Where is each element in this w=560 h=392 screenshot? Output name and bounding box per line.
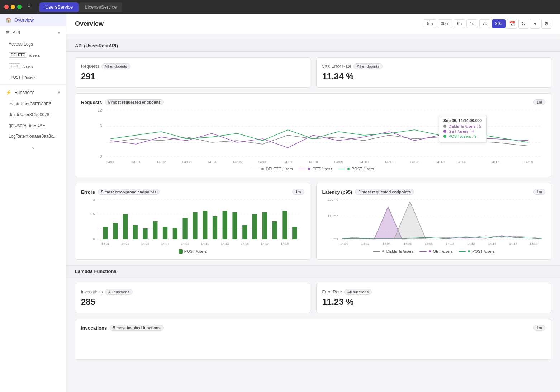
svg-rect-46: [232, 212, 237, 239]
svg-text:14:12: 14:12: [410, 160, 419, 164]
svg-text:14:01: 14:01: [131, 160, 141, 164]
sidebar-item-access-logs[interactable]: Access Logs: [0, 39, 66, 49]
sidebar-api-label: API: [13, 30, 20, 35]
dropdown-icon[interactable]: ▾: [530, 19, 540, 29]
endpoint-badge-get: GET /users: [9, 63, 33, 69]
path-delete: /users: [29, 53, 40, 57]
svg-text:14:19: 14:19: [524, 160, 533, 164]
requests-chart-card: Requests 5 most requested endpoints 1m 1…: [75, 93, 551, 177]
svg-text:14:13: 14:13: [221, 242, 229, 245]
sidebar-item-delete-user[interactable]: deleteUser3C560078: [0, 109, 66, 120]
invocations-time-badge: 1m: [533, 325, 545, 331]
get-user-label: getUserB196FDAE: [9, 123, 45, 128]
svg-text:14:17: 14:17: [261, 242, 269, 245]
svg-text:14:03: 14:03: [182, 160, 191, 164]
svg-text:14:11: 14:11: [201, 242, 209, 245]
svg-rect-35: [123, 214, 128, 239]
svg-rect-42: [193, 212, 197, 239]
svg-text:14:14: 14:14: [488, 242, 496, 245]
legend-line-delete: [252, 169, 259, 169]
log-retention-label: LogRetentionaae0aa3c...: [9, 134, 57, 139]
method-get: GET: [9, 63, 20, 69]
svg-text:14:02: 14:02: [361, 242, 369, 245]
svg-rect-44: [213, 216, 217, 239]
time-7d[interactable]: 7d: [479, 19, 490, 28]
lambda-error-rate-card: Error Rate All functions 11.23 %: [316, 283, 552, 313]
latency-chart-legend: DELETE /users GET /users POST /users: [322, 249, 546, 254]
sidebar-collapse-icon: <: [32, 145, 34, 151]
sidebar-overview-label: Overview: [14, 17, 34, 23]
requests-time-badge: 1m: [533, 99, 545, 105]
delete-user-label: deleteUser3C560078: [9, 112, 49, 117]
sidebar: 🏠 Overview ⊞ API ∧ Access Logs DELETE /u…: [0, 14, 66, 392]
refresh-icon[interactable]: ↻: [518, 19, 528, 29]
svg-rect-52: [292, 227, 297, 239]
minimize-button[interactable]: [11, 5, 15, 9]
errors-latency-row: Errors 5 most error-prone endpoints 1m 3…: [75, 183, 551, 260]
functions-icon: ⚡: [6, 90, 11, 95]
maximize-button[interactable]: [17, 5, 22, 9]
tooltip-dot-get: [443, 130, 446, 133]
api-section-left: ⊞ API: [6, 30, 20, 35]
svg-rect-49: [262, 212, 267, 239]
sidebar-item-overview[interactable]: 🏠 Overview: [0, 14, 66, 26]
lambda-error-rate-badge: All functions: [344, 289, 372, 295]
requests-card: Requests All endpoints 291: [75, 57, 310, 88]
sidebar-divider: [0, 84, 66, 85]
sidebar-item-get-user[interactable]: getUserB196FDAE: [0, 120, 66, 131]
invocations-card: Invocations All functions 285: [75, 283, 310, 313]
svg-text:14:08: 14:08: [308, 160, 318, 164]
error-rate-badge: All endpoints: [353, 63, 383, 69]
svg-text:14:05: 14:05: [232, 160, 242, 164]
time-30d[interactable]: 30d: [492, 19, 506, 28]
time-1d[interactable]: 1d: [466, 19, 478, 28]
time-5m[interactable]: 5m: [424, 19, 436, 28]
svg-text:12: 12: [98, 108, 102, 112]
requests-chart-title: Requests 5 most requested endpoints: [81, 99, 545, 105]
requests-label: Requests All endpoints: [81, 63, 304, 69]
settings-icon[interactable]: ⚙: [541, 19, 551, 29]
calendar-icon[interactable]: 📅: [507, 19, 517, 29]
errors-svg: 3 1.5 0: [81, 196, 304, 246]
svg-rect-37: [143, 228, 147, 239]
header-controls: 5m 30m 6h 1d 7d 30d 📅 ↻ ▾ ⚙: [424, 19, 551, 29]
invocations-badge: All functions: [105, 289, 133, 295]
svg-text:14:19: 14:19: [281, 242, 289, 245]
error-rate-card: 5XX Error Rate All endpoints 11.34 %: [316, 57, 552, 88]
tab-license-service[interactable]: LicenseService: [79, 2, 122, 12]
invocations-chart-title: Invocations 5 most invoked functions: [81, 325, 545, 331]
requests-chart-legend: DELETE /users GET /users POST /users: [81, 167, 545, 171]
sidebar-item-get-users[interactable]: GET /users: [0, 61, 66, 72]
sidebar-functions-label: Functions: [14, 90, 34, 95]
functions-section-left: ⚡ Functions: [6, 90, 34, 95]
sidebar-item-create-user[interactable]: createUserC6ED88E6: [0, 99, 66, 109]
invocations-chart-badge: 5 most invoked functions: [110, 325, 164, 331]
time-6h[interactable]: 6h: [454, 19, 465, 28]
window-menu-icon[interactable]: ⠿: [27, 4, 31, 10]
tooltip-delete-label: DELETE /users : 5: [449, 124, 481, 128]
errors-chart-card: Errors 5 most error-prone endpoints 1m 3…: [75, 183, 310, 260]
svg-rect-38: [153, 221, 157, 239]
svg-text:14:15: 14:15: [241, 242, 249, 245]
sidebar-item-delete-users[interactable]: DELETE /users: [0, 49, 66, 61]
svg-text:0: 0: [93, 237, 95, 241]
errors-chart-container: 3 1.5 0: [81, 196, 304, 246]
sidebar-item-post-users[interactable]: POST /users: [0, 72, 66, 83]
svg-text:14:00: 14:00: [340, 242, 348, 245]
method-post: POST: [9, 75, 23, 80]
svg-rect-39: [163, 227, 167, 239]
time-30m[interactable]: 30m: [438, 19, 452, 28]
legend-line-post: [338, 169, 345, 169]
sidebar-section-functions[interactable]: ⚡ Functions ∧: [0, 86, 66, 99]
tab-users-service[interactable]: UsersService: [39, 2, 79, 12]
api-section-label: API (UsersRestAPI): [75, 43, 118, 48]
svg-text:14:04: 14:04: [382, 242, 390, 245]
close-button[interactable]: [4, 5, 9, 9]
sidebar-item-log-retention[interactable]: LogRetentionaae0aa3c...: [0, 131, 66, 142]
svg-rect-45: [223, 211, 227, 239]
lambda-metrics-row: Invocations All functions 285 Error Rate…: [66, 277, 560, 319]
sidebar-section-api[interactable]: ⊞ API ∧: [0, 26, 66, 39]
tooltip-row-post: POST /users : 9: [443, 134, 482, 138]
svg-rect-43: [203, 211, 207, 239]
sidebar-collapse-btn[interactable]: <: [0, 142, 66, 154]
